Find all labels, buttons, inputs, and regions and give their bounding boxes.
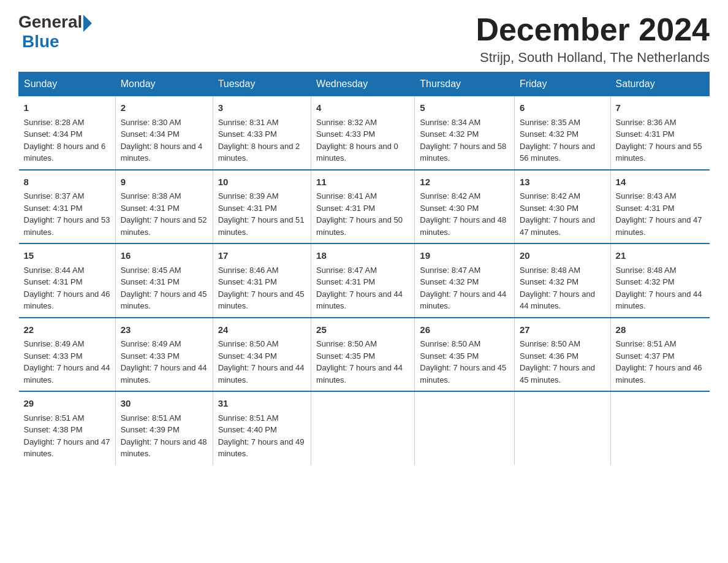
day-number: 26	[420, 323, 509, 337]
calendar-cell: 18Sunrise: 8:47 AMSunset: 4:31 PMDayligh…	[311, 243, 415, 318]
day-number: 3	[218, 101, 306, 115]
calendar-cell	[311, 391, 415, 465]
day-number: 2	[121, 101, 208, 115]
calendar-cell: 27Sunrise: 8:50 AMSunset: 4:36 PMDayligh…	[515, 318, 611, 392]
calendar-cell: 15Sunrise: 8:44 AMSunset: 4:31 PMDayligh…	[19, 243, 116, 318]
week-row-4: 22Sunrise: 8:49 AMSunset: 4:33 PMDayligh…	[19, 318, 710, 392]
day-number: 8	[24, 175, 110, 190]
header-saturday: Saturday	[610, 72, 709, 96]
calendar-cell: 10Sunrise: 8:39 AMSunset: 4:31 PMDayligh…	[213, 170, 311, 244]
calendar-cell: 4Sunrise: 8:32 AMSunset: 4:33 PMDaylight…	[311, 96, 415, 170]
day-number: 16	[121, 249, 208, 263]
page-header: General Blue December 2024 Strijp, South…	[18, 12, 710, 66]
calendar-cell: 29Sunrise: 8:51 AMSunset: 4:38 PMDayligh…	[19, 391, 116, 465]
day-number: 13	[520, 175, 605, 190]
calendar-cell: 17Sunrise: 8:46 AMSunset: 4:31 PMDayligh…	[213, 243, 311, 318]
logo-arrow-icon	[83, 15, 92, 32]
calendar-cell: 16Sunrise: 8:45 AMSunset: 4:31 PMDayligh…	[115, 243, 213, 318]
calendar-cell	[610, 391, 709, 465]
day-number: 31	[218, 397, 306, 411]
calendar-cell: 12Sunrise: 8:42 AMSunset: 4:30 PMDayligh…	[415, 170, 515, 244]
logo: General Blue	[18, 12, 92, 52]
calendar-cell: 20Sunrise: 8:48 AMSunset: 4:32 PMDayligh…	[515, 243, 611, 318]
day-number: 28	[616, 323, 705, 337]
calendar-header-row: SundayMondayTuesdayWednesdayThursdayFrid…	[19, 72, 710, 96]
day-number: 11	[316, 175, 409, 190]
calendar-cell: 5Sunrise: 8:34 AMSunset: 4:32 PMDaylight…	[415, 96, 515, 170]
calendar-cell: 6Sunrise: 8:35 AMSunset: 4:32 PMDaylight…	[515, 96, 611, 170]
day-number: 30	[121, 397, 208, 411]
logo-general-text: General	[18, 12, 82, 32]
calendar-cell: 26Sunrise: 8:50 AMSunset: 4:35 PMDayligh…	[415, 318, 515, 392]
day-number: 15	[24, 249, 110, 263]
day-number: 27	[520, 323, 605, 337]
logo-blue-text: Blue	[22, 32, 59, 52]
header-sunday: Sunday	[19, 72, 116, 96]
calendar-cell: 8Sunrise: 8:37 AMSunset: 4:31 PMDaylight…	[19, 170, 116, 244]
calendar-cell: 23Sunrise: 8:49 AMSunset: 4:33 PMDayligh…	[115, 318, 213, 392]
day-number: 19	[420, 249, 509, 263]
week-row-1: 1Sunrise: 8:28 AMSunset: 4:34 PMDaylight…	[19, 96, 710, 170]
day-number: 10	[218, 175, 306, 190]
calendar-cell: 3Sunrise: 8:31 AMSunset: 4:33 PMDaylight…	[213, 96, 311, 170]
day-number: 17	[218, 249, 306, 263]
month-year-title: December 2024	[476, 12, 710, 47]
calendar-cell: 19Sunrise: 8:47 AMSunset: 4:32 PMDayligh…	[415, 243, 515, 318]
calendar-cell: 7Sunrise: 8:36 AMSunset: 4:31 PMDaylight…	[610, 96, 709, 170]
calendar-cell: 22Sunrise: 8:49 AMSunset: 4:33 PMDayligh…	[19, 318, 116, 392]
calendar-cell	[515, 391, 611, 465]
day-number: 9	[121, 175, 208, 190]
calendar-table: SundayMondayTuesdayWednesdayThursdayFrid…	[18, 72, 710, 465]
header-wednesday: Wednesday	[311, 72, 415, 96]
day-number: 29	[24, 397, 110, 411]
week-row-3: 15Sunrise: 8:44 AMSunset: 4:31 PMDayligh…	[19, 243, 710, 318]
day-number: 22	[24, 323, 110, 337]
day-number: 24	[218, 323, 306, 337]
calendar-cell: 11Sunrise: 8:41 AMSunset: 4:31 PMDayligh…	[311, 170, 415, 244]
day-number: 1	[24, 101, 110, 115]
day-number: 7	[616, 101, 705, 115]
day-number: 20	[520, 249, 605, 263]
calendar-cell: 25Sunrise: 8:50 AMSunset: 4:35 PMDayligh…	[311, 318, 415, 392]
day-number: 25	[316, 323, 409, 337]
week-row-2: 8Sunrise: 8:37 AMSunset: 4:31 PMDaylight…	[19, 170, 710, 244]
calendar-cell: 31Sunrise: 8:51 AMSunset: 4:40 PMDayligh…	[213, 391, 311, 465]
calendar-cell: 9Sunrise: 8:38 AMSunset: 4:31 PMDaylight…	[115, 170, 213, 244]
title-section: December 2024 Strijp, South Holland, The…	[476, 12, 710, 66]
calendar-cell	[415, 391, 515, 465]
day-number: 5	[420, 101, 509, 115]
header-friday: Friday	[515, 72, 611, 96]
day-number: 6	[520, 101, 605, 115]
day-number: 21	[616, 249, 705, 263]
calendar-cell: 1Sunrise: 8:28 AMSunset: 4:34 PMDaylight…	[19, 96, 116, 170]
day-number: 23	[121, 323, 208, 337]
calendar-cell: 2Sunrise: 8:30 AMSunset: 4:34 PMDaylight…	[115, 96, 213, 170]
calendar-cell: 24Sunrise: 8:50 AMSunset: 4:34 PMDayligh…	[213, 318, 311, 392]
calendar-cell: 30Sunrise: 8:51 AMSunset: 4:39 PMDayligh…	[115, 391, 213, 465]
location-subtitle: Strijp, South Holland, The Netherlands	[476, 50, 710, 66]
header-monday: Monday	[115, 72, 213, 96]
calendar-cell: 28Sunrise: 8:51 AMSunset: 4:37 PMDayligh…	[610, 318, 709, 392]
week-row-5: 29Sunrise: 8:51 AMSunset: 4:38 PMDayligh…	[19, 391, 710, 465]
header-tuesday: Tuesday	[213, 72, 311, 96]
day-number: 18	[316, 249, 409, 263]
calendar-cell: 21Sunrise: 8:48 AMSunset: 4:32 PMDayligh…	[610, 243, 709, 318]
calendar-cell: 13Sunrise: 8:42 AMSunset: 4:30 PMDayligh…	[515, 170, 611, 244]
calendar-cell: 14Sunrise: 8:43 AMSunset: 4:31 PMDayligh…	[610, 170, 709, 244]
day-number: 4	[316, 101, 409, 115]
day-number: 12	[420, 175, 509, 190]
day-number: 14	[616, 175, 705, 190]
header-thursday: Thursday	[415, 72, 515, 96]
